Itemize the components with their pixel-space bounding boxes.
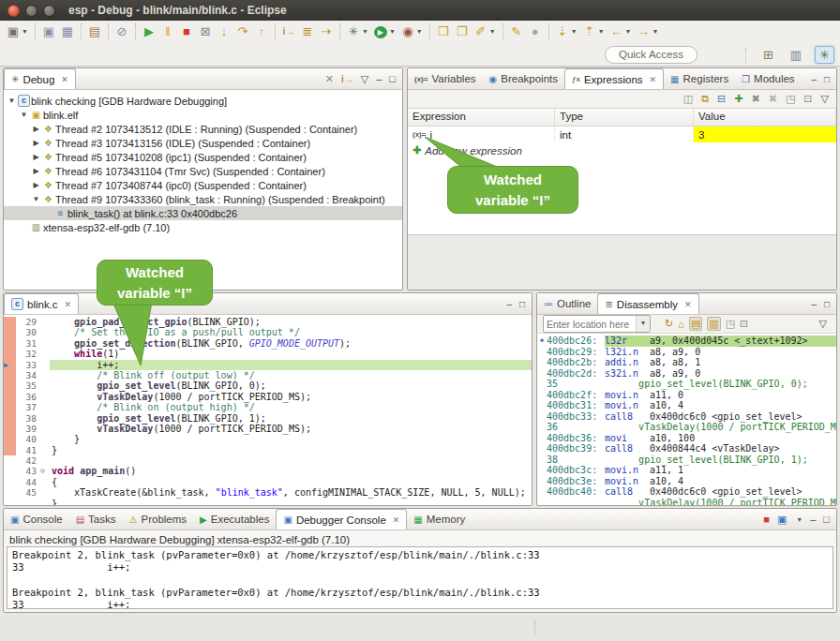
orb-button[interactable]: ● xyxy=(526,22,545,41)
back-button[interactable]: ←▼ xyxy=(608,22,635,41)
forward-button[interactable]: →▼ xyxy=(635,22,662,41)
debug-tree-node[interactable]: ≡blink_task() at blink.c:33 0x400dbc26 xyxy=(4,206,402,220)
tab-variables[interactable]: (x)=Variables xyxy=(408,68,483,89)
show-type-names-icon[interactable]: ◫ xyxy=(683,93,693,105)
debug-button[interactable]: ✳▼ xyxy=(344,22,371,41)
debug-tree-node[interactable]: ▶❖Thread #5 1073410208 (ipc1) (Suspended… xyxy=(4,150,402,164)
instruction-stepping-button[interactable]: i→ xyxy=(279,22,298,41)
annotation-ruler[interactable] xyxy=(4,392,16,402)
chevron-down-icon[interactable]: ▼ xyxy=(416,22,423,41)
tab-debug[interactable]: ✳ Debug ✕ xyxy=(4,68,76,89)
minimize-icon[interactable]: – xyxy=(506,299,512,309)
minimize-icon[interactable]: – xyxy=(811,74,817,84)
tab-problems[interactable]: ⚠Problems xyxy=(123,509,194,529)
annotation-ruler[interactable] xyxy=(4,434,16,444)
minimize-icon[interactable]: – xyxy=(810,514,816,525)
close-icon[interactable]: ✕ xyxy=(65,300,72,309)
annotation-ruler[interactable] xyxy=(4,455,16,466)
maximize-icon[interactable]: □ xyxy=(824,299,830,309)
location-combo[interactable]: ▼ xyxy=(543,315,651,333)
annotation-ruler[interactable] xyxy=(4,338,16,349)
minimize-icon[interactable]: – xyxy=(376,73,382,84)
tab-debugger-console[interactable]: ▣Debugger Console✕ xyxy=(276,509,407,529)
suspend-button[interactable]: ‖ xyxy=(158,22,177,41)
skip-all-breakpoints-button[interactable]: ⊘ xyxy=(112,22,131,41)
add-expression-icon[interactable]: ✚ xyxy=(734,93,742,105)
annotation-ruler[interactable] xyxy=(4,380,16,391)
annotation-ruler[interactable] xyxy=(4,327,16,337)
annotation-ruler[interactable] xyxy=(4,402,16,412)
step-into-button[interactable]: ↓ xyxy=(215,22,233,41)
tab-modules[interactable]: ❒Modules xyxy=(735,68,801,89)
chevron-down-icon[interactable]: ▼ xyxy=(22,22,28,41)
chevron-down-icon[interactable]: ▼ xyxy=(389,22,396,41)
tab-outline[interactable]: ≔Outline xyxy=(537,293,597,314)
column-header-type[interactable]: Type xyxy=(555,109,694,126)
tab-blink-c[interactable]: c blink.c ✕ xyxy=(4,293,79,314)
chevron-down-icon[interactable]: ▼ xyxy=(598,22,605,41)
run-button[interactable]: ▶▼ xyxy=(371,22,398,41)
annotation-ruler[interactable] xyxy=(4,445,16,455)
annotation-ruler[interactable] xyxy=(4,424,16,434)
chevron-down-icon[interactable]: ▼ xyxy=(625,22,632,41)
tab-disassembly[interactable]: ≣Disassembly✕ xyxy=(597,293,698,314)
tab-console[interactable]: ▣Console xyxy=(4,509,69,529)
annotation-ruler[interactable] xyxy=(4,317,16,327)
debug-perspective-button[interactable]: ✳ xyxy=(815,46,834,64)
debug-tree-node[interactable]: ▶❖Thread #2 1073413512 (IDLE : Running) … xyxy=(4,122,402,136)
paintbrush-button[interactable]: ✎ xyxy=(507,22,526,41)
close-icon[interactable]: ✕ xyxy=(61,75,68,84)
save-all-button[interactable]: ▦ xyxy=(58,22,77,41)
resume-at-line-button[interactable]: ⇢ xyxy=(317,22,336,41)
window-minimize-button[interactable] xyxy=(25,5,38,17)
chevron-down-icon[interactable]: ▼ xyxy=(571,22,578,41)
remove-expression-icon[interactable]: ✖ xyxy=(751,93,759,105)
cpp-perspective-button[interactable]: ▥ xyxy=(787,47,805,63)
disconnect-button[interactable]: ⊠ xyxy=(196,22,215,41)
show-source-icon[interactable]: ▥ xyxy=(707,317,720,331)
debug-launch-tree[interactable]: ▼cblink checking [GDB Hardware Debugging… xyxy=(4,90,402,234)
chevron-down-icon[interactable]: ▼ xyxy=(362,22,368,41)
annotation-ruler[interactable] xyxy=(4,349,16,359)
tab-tasks[interactable]: ▤Tasks xyxy=(69,509,123,529)
maximize-icon[interactable]: □ xyxy=(389,73,396,84)
debug-tree-node[interactable]: ▶❖Thread #7 1073408744 (ipc0) (Suspended… xyxy=(4,178,402,192)
open-new-view-icon[interactable]: ◳ xyxy=(726,318,735,330)
annotation-ruler[interactable] xyxy=(4,466,16,476)
annotation-ruler[interactable] xyxy=(4,477,16,487)
external-tools-button[interactable]: ◉▼ xyxy=(398,22,426,41)
chevron-down-icon[interactable]: ▼ xyxy=(636,316,650,332)
remove-all-expressions-icon[interactable]: ✖ xyxy=(769,93,777,105)
window-close-button[interactable] xyxy=(8,5,20,17)
step-filters-button[interactable]: ≣ xyxy=(298,22,317,41)
disassembly-listing[interactable]: ◆400dbc26:l32ra9, 0x400d045c <_stext+109… xyxy=(537,334,836,506)
maximize-icon[interactable]: □ xyxy=(823,514,830,525)
terminate-button[interactable]: ■ xyxy=(177,22,196,41)
step-over-button[interactable]: ↷ xyxy=(233,22,252,41)
tab-expressions[interactable]: ƒxExpressions✕ xyxy=(564,68,664,89)
window-maximize-button[interactable] xyxy=(43,5,55,17)
debug-tree-node[interactable]: ▼❖Thread #9 1073433360 (blink_task : Run… xyxy=(4,192,402,206)
previous-annotation-button[interactable]: ⇡▼ xyxy=(580,22,608,41)
view-menu-icon[interactable]: ▽ xyxy=(361,73,368,85)
pin-view-icon[interactable]: ⊡ xyxy=(803,93,812,105)
close-icon[interactable]: ✕ xyxy=(650,75,657,84)
instruction-stepping-mode-icon[interactable]: i→ xyxy=(341,74,353,84)
expression-detail-pane[interactable] xyxy=(408,234,836,290)
debug-tree-node[interactable]: ▶❖Thread #3 1073413156 (IDLE) (Suspended… xyxy=(4,136,402,150)
column-header-value[interactable]: Value xyxy=(694,109,836,126)
close-icon[interactable]: ✕ xyxy=(393,515,400,525)
minimize-icon[interactable]: – xyxy=(811,299,817,309)
debug-tree-node[interactable]: ▥xtensa-esp32-elf-gdb (7.10) xyxy=(4,220,402,234)
maximize-icon[interactable]: □ xyxy=(519,299,525,309)
close-icon[interactable]: ✕ xyxy=(684,300,692,309)
tab-executables[interactable]: ▶Executables xyxy=(193,509,276,529)
quick-access-button[interactable]: Quick Access xyxy=(605,46,698,64)
open-file-button[interactable]: ❐ xyxy=(453,22,472,41)
open-folder-button[interactable]: ❒ xyxy=(434,22,453,41)
new-wizard-button[interactable]: ▣▼ xyxy=(4,22,31,41)
open-new-view-icon[interactable]: ◳ xyxy=(786,93,795,105)
maximize-icon[interactable]: □ xyxy=(824,74,830,84)
refresh-icon[interactable]: ↻ xyxy=(665,318,673,330)
remove-all-terminated-icon[interactable]: ✕ xyxy=(325,73,334,85)
